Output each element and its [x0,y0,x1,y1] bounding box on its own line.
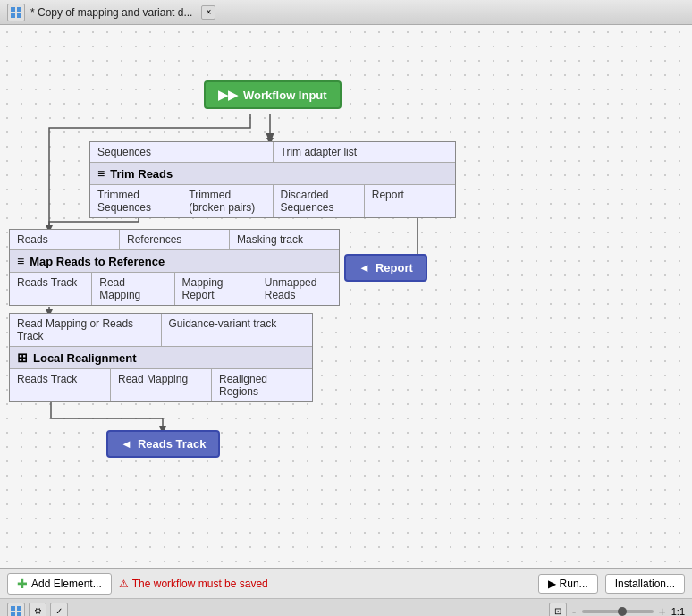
trim-reads-output-report: Report [365,185,455,217]
local-realignment-outputs: Reads Track Read Mapping Realigned Regio… [10,369,312,401]
trim-reads-icon: ≡ [97,166,105,181]
status-bar-right: ⊡ - + 1:1 [549,603,685,617]
local-realignment-node[interactable]: Read Mapping or Reads Track Guidance-var… [9,313,313,402]
map-reads-output-unmapped: Unmapped Reads [257,273,339,305]
add-element-icon: ✚ [17,577,28,591]
trim-reads-output-trimmed: Trimmed Sequences [90,185,181,217]
reads-track-output-icon: ◄ [121,437,132,451]
zoom-plus[interactable]: + [659,604,666,617]
app-icon [7,4,25,21]
status-bar-left: ⚙ ✓ [7,603,68,617]
svg-rect-12 [17,612,21,617]
close-button[interactable]: × [201,5,215,20]
local-realignment-title: ⊞ Local Realignment [10,347,312,369]
trim-reads-output-broken: Trimmed (broken pairs) [181,185,273,217]
installation-button[interactable]: Installation... [605,574,685,594]
map-reads-title: ≡ Map Reads to Reference [10,250,339,273]
map-reads-output-read-mapping: Read Mapping [92,273,174,305]
local-realignment-input-guidance: Guidance-variant track [162,314,313,346]
status-icon-1[interactable] [7,603,25,617]
bookmark-icon: ✓ [55,606,63,616]
run-label: Run... [560,578,588,590]
zoom-slider-thumb[interactable] [618,607,627,616]
map-reads-input-reads: Reads [10,230,120,249]
settings-icon: ⚙ [34,606,42,616]
svg-rect-2 [11,13,15,18]
zoom-slider[interactable] [582,610,654,613]
local-realignment-output-realigned: Realigned Regions [212,369,312,401]
workflow-input-label: Workflow Input [243,89,327,102]
map-reads-outputs: Reads Track Read Mapping Mapping Report … [10,273,339,305]
zoom-minus[interactable]: - [572,604,577,617]
svg-rect-11 [11,612,15,617]
svg-rect-0 [11,7,15,12]
reads-track-output-node[interactable]: ◄ Reads Track [106,430,220,458]
trim-reads-input-sequences: Sequences [90,142,274,162]
trim-reads-output-discarded: Discarded Sequences [274,185,365,217]
run-button[interactable]: ▶ Run... [538,574,598,594]
workflow-input-icon: ▶▶ [218,88,238,102]
svg-rect-9 [11,606,15,611]
window-title: * Copy of mapping and variant d... [30,6,192,19]
zoom-level: 1:1 [671,606,685,617]
local-realignment-output-reads-track: Reads Track [10,369,111,401]
map-reads-output-reads-track: Reads Track [10,273,92,305]
status-message: ⚠The workflow must be saved [119,578,531,590]
trim-reads-input-adapter: Trim adapter list [274,142,456,162]
reads-track-output-label: Reads Track [138,437,207,451]
trim-reads-node[interactable]: Sequences Trim adapter list ≡ Trim Reads… [89,141,456,218]
local-realignment-output-read-mapping: Read Mapping [111,369,212,401]
report-output-node[interactable]: ◄ Report [344,254,427,282]
map-reads-inputs: Reads References Masking track [10,230,339,250]
add-element-label: Add Element... [31,578,102,590]
status-icon-2[interactable]: ⚙ [29,603,46,617]
map-reads-input-masking: Masking track [230,230,339,249]
run-icon: ▶ [548,578,556,590]
installation-label: Installation... [615,578,675,590]
svg-rect-10 [17,606,21,611]
trim-reads-title: ≡ Trim Reads [90,163,455,185]
trim-reads-inputs: Sequences Trim adapter list [90,142,455,163]
fit-icon-symbol: ⊡ [554,606,561,616]
report-output-label: Report [376,261,413,274]
workflow-input-node[interactable]: ▶▶ Workflow Input [204,80,342,109]
report-output-icon: ◄ [359,261,370,274]
workflow-canvas: ▶▶ Workflow Input Sequences Trim adapter… [0,25,692,568]
map-reads-node[interactable]: Reads References Masking track ≡ Map Rea… [9,229,340,306]
title-bar: * Copy of mapping and variant d... × [0,0,692,25]
map-reads-icon: ≡ [17,254,24,268]
local-realignment-input-read-mapping: Read Mapping or Reads Track [10,314,162,346]
map-reads-input-references: References [120,230,230,249]
map-reads-output-mapping-report: Mapping Report [175,273,257,305]
status-icon-3[interactable]: ✓ [50,603,68,617]
status-bar: ⚙ ✓ ⊡ - + 1:1 [0,598,692,616]
local-realignment-icon: ⊞ [17,350,28,365]
svg-rect-1 [17,7,21,12]
fit-icon[interactable]: ⊡ [549,603,567,617]
svg-rect-3 [17,13,21,18]
bottom-toolbar: ✚ Add Element... ⚠The workflow must be s… [0,568,692,598]
local-realignment-inputs: Read Mapping or Reads Track Guidance-var… [10,314,312,347]
add-element-button[interactable]: ✚ Add Element... [7,573,112,595]
trim-reads-outputs: Trimmed Sequences Trimmed (broken pairs)… [90,185,455,217]
